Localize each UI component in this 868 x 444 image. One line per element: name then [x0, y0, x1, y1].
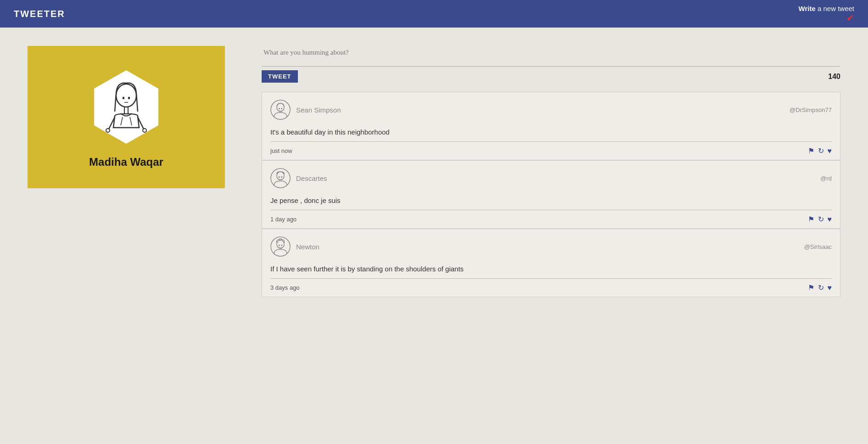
tweet-actions-row: ⚑ ↻ ♥: [808, 215, 832, 224]
tweet-list: Sean Simpson @DrSimpson77 It's a beautif…: [262, 92, 840, 297]
tweet-card: Newton @SirIsaac If I have seen further …: [262, 229, 840, 297]
profile-avatar-wrapper: [90, 66, 163, 148]
heart-icon[interactable]: ♥: [828, 284, 832, 292]
tweet-avatar-svg: [270, 168, 291, 188]
svg-rect-21: [279, 176, 280, 178]
tweet-footer: 1 day ago ⚑ ↻ ♥: [262, 210, 840, 228]
right-panel: TWEET 140 Sean Simpson @DrSimpson77 It's…: [262, 46, 840, 297]
tweet-header: Descartes @rd: [262, 161, 840, 193]
tweet-time: 3 days ago: [270, 284, 300, 291]
tweet-avatar-svg: [270, 236, 291, 257]
flag-icon[interactable]: ⚑: [808, 215, 814, 224]
svg-point-24: [277, 240, 284, 248]
tweet-header: Sean Simpson @DrSimpson77: [262, 92, 840, 124]
tweet-button[interactable]: TWEET: [262, 70, 298, 83]
header-right: Write a new tweet ✔: [799, 5, 854, 23]
tweet-handle: @rd: [820, 175, 832, 182]
tweet-actions-row: ⚑ ↻ ♥: [808, 146, 832, 155]
tweet-footer: 3 days ago ⚑ ↻ ♥: [262, 279, 840, 297]
heart-icon[interactable]: ♥: [828, 147, 832, 155]
svg-rect-26: [281, 245, 283, 246]
tweet-handle: @DrSimpson77: [790, 107, 832, 113]
svg-rect-17: [279, 108, 280, 109]
tweet-handle: @SirIsaac: [804, 243, 832, 250]
write-rest: a new tweet: [816, 5, 854, 12]
svg-rect-22: [281, 176, 283, 178]
profile-hexagon-bg: [90, 66, 163, 148]
heart-icon[interactable]: ♥: [828, 215, 832, 224]
flag-icon[interactable]: ⚑: [808, 283, 814, 292]
compose-input[interactable]: [262, 46, 840, 67]
compose-actions: TWEET 140: [262, 70, 840, 83]
profile-name: Madiha Waqar: [89, 156, 163, 169]
write-bold: Write: [799, 5, 816, 12]
char-count: 140: [828, 73, 840, 81]
tweet-username: Descartes: [296, 174, 815, 182]
retweet-icon[interactable]: ↻: [818, 146, 824, 155]
tweet-username: Sean Simpson: [296, 106, 784, 114]
profile-card: Madiha Waqar: [28, 46, 225, 188]
compose-area: TWEET 140: [262, 46, 840, 83]
retweet-icon[interactable]: ↻: [818, 283, 824, 292]
main-layout: Madiha Waqar TWEET 140 Sean Simpson @DrS…: [0, 28, 868, 315]
bird-icon: ✔: [846, 12, 854, 23]
tweet-card: Sean Simpson @DrSimpson77 It's a beautif…: [262, 92, 840, 160]
header: TWEETER Write a new tweet ✔: [0, 0, 868, 28]
flag-icon[interactable]: ⚑: [808, 146, 814, 155]
svg-rect-25: [279, 245, 280, 246]
retweet-icon[interactable]: ↻: [818, 215, 824, 224]
tweet-time: 1 day ago: [270, 216, 297, 223]
tweet-actions-row: ⚑ ↻ ♥: [808, 283, 832, 292]
tweet-body: It's a beautiful day in this neighborhoo…: [262, 124, 840, 141]
svg-rect-5: [128, 97, 130, 99]
tweet-card: Descartes @rd Je pense , donc je suis 1 …: [262, 160, 840, 229]
write-tweet-label[interactable]: Write a new tweet: [799, 5, 854, 12]
app-logo: TWEETER: [14, 9, 65, 19]
tweet-time: just now: [270, 147, 292, 154]
svg-rect-4: [123, 97, 124, 99]
svg-rect-18: [281, 108, 283, 109]
svg-point-20: [277, 172, 284, 180]
tweet-username: Newton: [296, 243, 799, 251]
left-panel: Madiha Waqar: [28, 46, 225, 297]
tweet-footer: just now ⚑ ↻ ♥: [262, 142, 840, 160]
tweet-header: Newton @SirIsaac: [262, 229, 840, 261]
tweet-body: If I have seen further it is by standing…: [262, 261, 840, 278]
tweet-body: Je pense , donc je suis: [262, 193, 840, 210]
tweet-avatar-svg: [270, 100, 291, 120]
